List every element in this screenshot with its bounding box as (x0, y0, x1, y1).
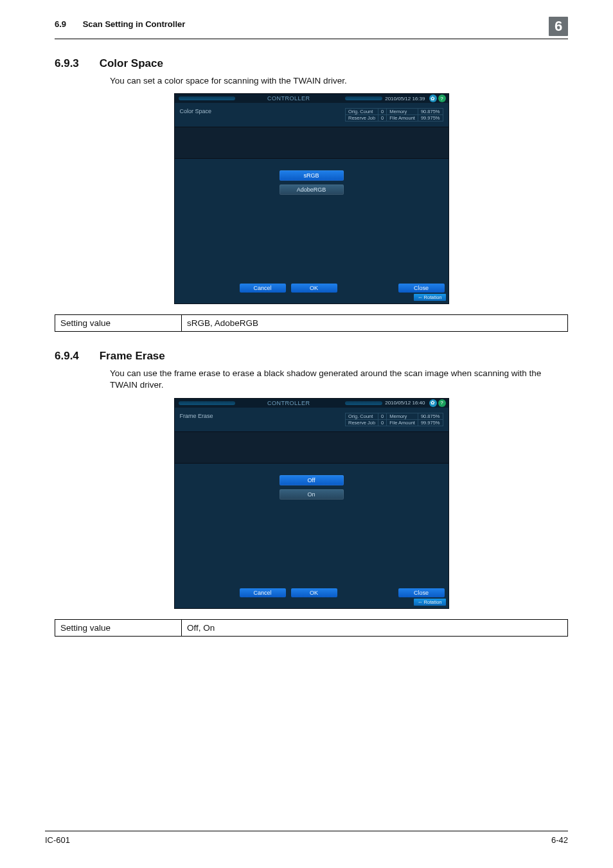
rotation-label: Rotation (424, 294, 442, 300)
rotation-button[interactable]: ↔ Rotation (414, 294, 445, 301)
rotation-button[interactable]: ↔ Rotation (414, 599, 445, 606)
help-icon[interactable]: ? (438, 399, 446, 407)
panel-titlebar: CONTROLLER 2010/05/12 16:39 ✿ ? (175, 94, 449, 103)
table-key: Setting value (55, 315, 182, 332)
stat-label: Orig. Count (346, 109, 378, 115)
chapter-badge: 6 (549, 17, 568, 36)
panel-dark-band (175, 127, 449, 159)
ok-button[interactable]: OK (291, 284, 337, 293)
panel-subtitle: Color Space (180, 108, 212, 114)
panel-content: sRGB AdobeRGB (175, 159, 449, 280)
table-value: sRGB, AdobeRGB (182, 315, 568, 332)
option-srgb[interactable]: sRGB (280, 170, 344, 181)
panel-dark-band (175, 432, 449, 464)
gear-icon[interactable]: ✿ (429, 399, 437, 407)
status-badge: Orig. Count 0 Memory 90.875% Reserve Job… (345, 108, 443, 122)
page-footer: IC-601 6-42 (45, 831, 568, 845)
stat-label: Memory (387, 109, 418, 115)
stat-label: Reserve Job (346, 115, 378, 122)
titlebar-grip-icon (179, 96, 235, 100)
stat-value: 99.975% (418, 115, 443, 122)
option-on[interactable]: On (280, 489, 344, 500)
option-off[interactable]: Off (280, 475, 344, 485)
section-description: You can set a color space for scanning w… (110, 75, 568, 87)
stat-value: 99.975% (418, 419, 443, 426)
section-title: Frame Erase (100, 350, 165, 362)
stat-value: 0 (378, 115, 387, 122)
controller-panel-frame-erase: CONTROLLER 2010/05/12 16:40 ✿ ? Frame Er… (174, 398, 449, 609)
gear-icon[interactable]: ✿ (429, 95, 437, 102)
stat-value: 90.875% (418, 413, 443, 419)
setting-value-table: Setting value Off, On (55, 619, 568, 637)
rotation-label: Rotation (424, 599, 442, 605)
stat-value: 0 (378, 109, 387, 115)
stat-value: 90.875% (418, 109, 443, 115)
titlebar-grip-icon (345, 401, 382, 405)
footer-right: 6-42 (551, 835, 568, 845)
section-title: Color Space (100, 57, 163, 69)
close-button[interactable]: Close (398, 284, 445, 293)
footer-left: IC-601 (45, 835, 70, 845)
stat-label: File Amount (387, 115, 418, 122)
panel-content: Off On (175, 464, 449, 584)
setting-value-table: Setting value sRGB, AdobeRGB (55, 314, 568, 332)
header-rule (55, 39, 568, 39)
status-badge: Orig. Count 0 Memory 90.875% Reserve Job… (345, 413, 443, 426)
section-description: You can use the frame erase to erase a b… (110, 368, 568, 391)
stat-label: File Amount (387, 419, 418, 426)
titlebar-grip-icon (345, 96, 382, 100)
runhead-number: 6.9 (55, 19, 66, 29)
help-icon[interactable]: ? (438, 95, 446, 102)
runhead-title: Scan Setting in Controller (83, 19, 186, 29)
table-value: Off, On (182, 619, 568, 636)
stat-label: Reserve Job (346, 419, 378, 426)
titlebar-grip-icon (179, 401, 235, 405)
ok-button[interactable]: OK (291, 588, 337, 597)
stat-value: 0 (378, 413, 387, 419)
stat-label: Orig. Count (346, 413, 378, 419)
stat-label: Memory (387, 413, 418, 419)
stat-value: 0 (378, 419, 387, 426)
cancel-button[interactable]: Cancel (240, 284, 286, 293)
option-adobergb[interactable]: AdobeRGB (280, 185, 344, 195)
panel-datetime: 2010/05/12 16:39 (385, 96, 425, 102)
panel-subtitle: Frame Erase (180, 413, 213, 419)
close-button[interactable]: Close (398, 588, 445, 597)
panel-title: CONTROLLER (235, 95, 346, 102)
section-heading-color-space: 6.9.3 Color Space (55, 57, 568, 70)
table-key: Setting value (55, 619, 182, 636)
cancel-button[interactable]: Cancel (240, 588, 286, 597)
section-number: 6.9.4 (55, 350, 79, 362)
section-number: 6.9.3 (55, 57, 79, 69)
running-header: 6.9 Scan Setting in Controller 6 (55, 19, 568, 36)
controller-panel-color-space: CONTROLLER 2010/05/12 16:39 ✿ ? Color Sp… (174, 93, 449, 304)
panel-titlebar: CONTROLLER 2010/05/12 16:40 ✿ ? (175, 399, 449, 408)
section-heading-frame-erase: 6.9.4 Frame Erase (55, 350, 568, 363)
panel-title: CONTROLLER (235, 400, 346, 406)
panel-datetime: 2010/05/12 16:40 (385, 400, 425, 406)
